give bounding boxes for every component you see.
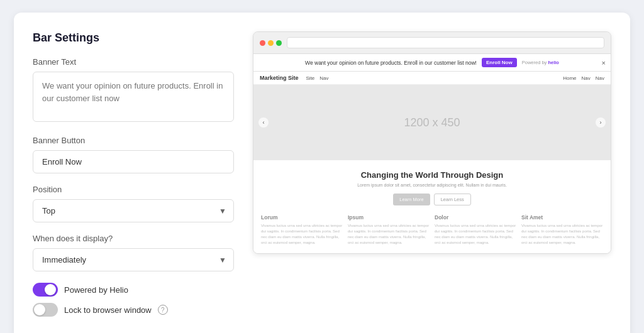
powered-toggle-row: Powered by Helio [33, 283, 234, 297]
preview-helio-text: helio [548, 60, 559, 65]
preview-col-2: Ipsum Vivamus luctus urna sed urna ultri… [348, 214, 430, 246]
powered-toggle-label: Powered by Helio [64, 285, 128, 295]
powered-toggle[interactable] [33, 283, 58, 297]
preview-nav-link-1: Site [306, 75, 315, 81]
right-panel: We want your opinion on future products.… [253, 31, 611, 323]
hero-arrow-left-icon[interactable]: ‹ [258, 117, 269, 128]
dot-green [276, 40, 282, 46]
preview-site-heading: Changing the World Through Design [261, 170, 603, 180]
dot-yellow [268, 40, 274, 46]
preview-col-4: Sit Amet Vivamus luctus urna sed urna ul… [521, 214, 603, 246]
preview-col-1-heading: Lorum [261, 214, 343, 221]
address-bar [287, 37, 604, 48]
preview-banner: We want your opinion on future products.… [253, 54, 611, 72]
preview-hero-image: ‹ 1200 x 450 › [253, 85, 611, 160]
preview-cta-buttons: Learn More Learn Less [261, 194, 603, 205]
banner-text-label: Banner Text [33, 57, 234, 67]
banner-button-input[interactable] [33, 150, 234, 173]
preview-cta-secondary[interactable]: Learn Less [434, 194, 471, 205]
browser-dots [260, 40, 282, 46]
display-label: When does it display? [33, 234, 234, 243]
preview-nav-right-2: Nav [582, 75, 591, 81]
preview-col-2-text: Vivamus luctus urna sed urna ultricies a… [348, 223, 430, 246]
display-select-wrapper: Immediately After 5 seconds After scroll… [33, 248, 234, 271]
lock-help-icon[interactable]: ? [158, 305, 168, 315]
preview-col-1-text: Vivamus luctus urna sed urna ultricies a… [261, 223, 343, 246]
left-panel: Bar Settings Banner Text Banner Button P… [33, 31, 234, 323]
position-select-wrapper: Top Bottom ▼ [33, 199, 234, 222]
position-label: Position [33, 185, 234, 194]
banner-button-group: Banner Button [33, 136, 234, 173]
banner-text-input[interactable] [33, 72, 234, 122]
preview-site-content: Changing the World Through Design Lorem … [253, 160, 611, 253]
preview-col-3-heading: Dolor [435, 214, 516, 221]
preview-nav-link-2: Nav [319, 75, 328, 81]
lock-toggle-row: Lock to browser window ? [33, 303, 234, 317]
position-group: Position Top Bottom ▼ [33, 185, 234, 222]
lock-toggle[interactable] [33, 303, 58, 317]
preview-nav-links: Site Nav [306, 75, 329, 81]
preview-nav-right: Home Nav Nav [563, 75, 604, 81]
preview-col-3-text: Vivamus luctus urna sed urna ultricies a… [435, 223, 516, 246]
preview-col-3: Dolor Vivamus luctus urna sed urna ultri… [435, 214, 516, 246]
preview-nav-right-1: Home [563, 75, 576, 81]
preview-site-logo: Marketing Site [260, 75, 299, 81]
preview-hero-size: 1200 x 450 [404, 116, 460, 129]
preview-powered-text: Powered by helio [522, 60, 559, 65]
powered-toggle-knob [45, 284, 56, 295]
preview-col-2-heading: Ipsum [348, 214, 430, 221]
preview-site-nav: Marketing Site Site Nav Home Nav Nav [253, 72, 611, 85]
preview-banner-text: We want your opinion on future products.… [305, 60, 477, 66]
dot-red [260, 40, 265, 46]
display-select[interactable]: Immediately After 5 seconds After scroll [33, 248, 234, 271]
display-group: When does it display? Immediately After … [33, 234, 234, 271]
settings-card: Bar Settings Banner Text Banner Button P… [14, 13, 630, 333]
browser-preview: We want your opinion on future products.… [253, 31, 611, 254]
lock-toggle-knob [34, 304, 45, 315]
preview-col-1: Lorum Vivamus luctus urna sed urna ultri… [261, 214, 343, 246]
banner-text-group: Banner Text [33, 57, 234, 124]
preview-col-4-text: Vivamus luctus urna sed urna ultricies a… [521, 223, 603, 246]
banner-button-label: Banner Button [33, 136, 234, 145]
panel-title: Bar Settings [33, 31, 234, 45]
lock-toggle-label: Lock to browser window [64, 305, 152, 315]
browser-chrome [253, 32, 611, 54]
preview-site-subheading: Lorem ipsum dolor sit amet, consectetur … [261, 183, 603, 187]
hero-arrow-right-icon[interactable]: › [596, 117, 606, 128]
preview-nav-right-3: Nav [596, 75, 604, 81]
preview-cta-primary[interactable]: Learn More [393, 194, 430, 205]
preview-columns: Lorum Vivamus luctus urna sed urna ultri… [261, 214, 603, 246]
preview-banner-close[interactable]: × [602, 59, 606, 67]
preview-col-4-heading: Sit Amet [521, 214, 603, 221]
position-select[interactable]: Top Bottom [33, 199, 234, 222]
preview-banner-button[interactable]: Enroll Now [482, 58, 517, 67]
